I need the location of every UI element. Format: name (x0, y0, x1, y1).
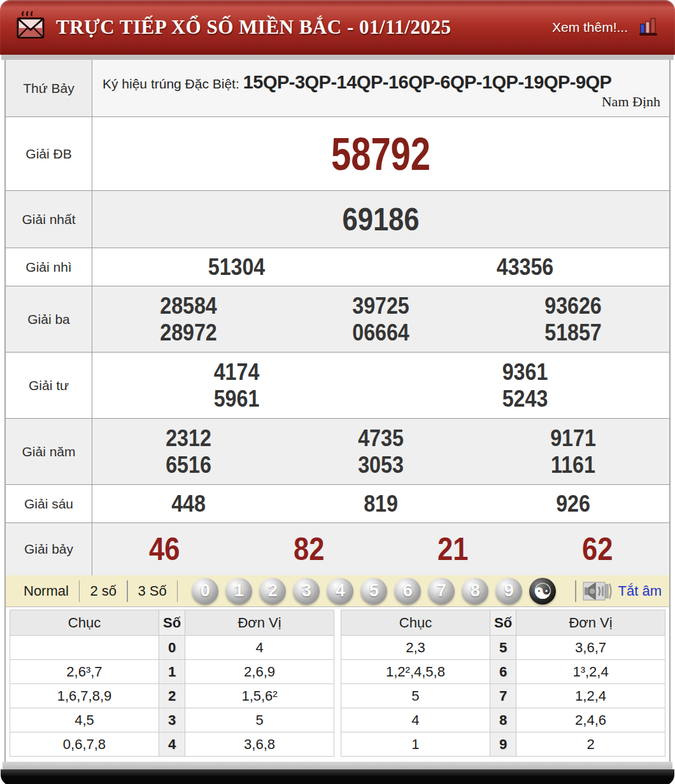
prize-row-third: Giải ba 28584 39725 93626 28972 06664 51… (6, 286, 669, 353)
prize-number: 93626 (490, 293, 657, 319)
table-row: 2,3 5 3,6,7 (341, 636, 665, 660)
donvi-cell: 3,6,7 (516, 636, 665, 660)
chuc-cell: 1,2²,4,5,8 (341, 660, 490, 684)
donvi-cell: 1,2,4 (516, 684, 665, 708)
so-cell: 7 (490, 684, 516, 708)
envelope-icon (17, 11, 45, 44)
so-cell: 8 (490, 708, 516, 732)
prize-number: 28584 (105, 293, 273, 319)
ball-7[interactable]: 7 (428, 578, 455, 605)
prize-number: 4735 (297, 425, 465, 452)
prize-number: 1161 (490, 452, 657, 479)
prize-row-first: Giải nhất 69186 (6, 191, 669, 248)
mode-button-normal[interactable]: Normal (13, 583, 79, 599)
prize-number: 3053 (297, 452, 465, 479)
ball-4[interactable]: 4 (327, 578, 353, 605)
donvi-cell: 1,5,6² (185, 684, 334, 708)
so-cell: 6 (490, 660, 516, 684)
summary-header-row: Chục Số Đơn Vị (10, 610, 334, 636)
special-sign-codes: 15QP-3QP-14QP-16QP-6QP-1QP-19QP-9QP (243, 72, 612, 92)
prize-number: 448 (105, 491, 273, 517)
prize-label: Giải tư (6, 353, 92, 418)
summary-table-right: Chục Số Đơn Vị 2,3 5 3,6,7 1,2²,4,5,8 6 … (341, 610, 665, 757)
table-row: 4,5 3 5 (10, 708, 334, 732)
bar-chart-icon[interactable] (637, 17, 658, 38)
divider (575, 580, 576, 602)
prize-number: 9361 (399, 359, 650, 386)
col-header-so: Số (490, 610, 516, 636)
mute-button[interactable]: Tắt âm (618, 583, 662, 599)
so-cell: 9 (490, 732, 516, 757)
mode-button-2so[interactable]: 2 số (80, 583, 127, 599)
summary-tables: Chục Số Đơn Vị 0 4 2,6³,7 1 2,6,9 1,6,7,… (6, 607, 669, 762)
prize-label: Giải ĐB (6, 117, 92, 190)
ball-3[interactable]: 3 (293, 578, 320, 605)
special-sign-cell: Ký hiệu trúng Đặc Biệt: 15QP-3QP-14QP-16… (92, 60, 669, 116)
prize-label: Giải bảy (6, 523, 92, 575)
prize-label: Giải sáu (6, 485, 92, 522)
number-balls: 0 1 2 3 4 5 6 7 8 9 ☯ (192, 578, 556, 605)
summary-header-row: Chục Số Đơn Vị (341, 610, 665, 636)
prize-number: 9171 (490, 425, 657, 452)
summary-table-left: Chục Số Đơn Vị 0 4 2,6³,7 1 2,6,9 1,6,7,… (10, 610, 334, 757)
prize-number: 06664 (297, 319, 465, 346)
frame-strip-bottom (3, 762, 672, 769)
mode-button-3so[interactable]: 3 Số (128, 583, 177, 599)
prize-row-sixth: Giải sáu 448 819 926 (6, 485, 669, 523)
donvi-cell: 2 (516, 732, 665, 757)
ball-2[interactable]: 2 (259, 578, 286, 605)
prize-number: 819 (297, 491, 465, 517)
frame-strip-top (1, 55, 674, 60)
chuc-cell: 4,5 (10, 708, 159, 732)
control-bar: Normal 2 số 3 Số 0 1 2 3 4 5 6 7 8 9 ☯ (6, 575, 669, 607)
speaker-icon[interactable] (583, 581, 612, 601)
prize-row-seventh: Giải bảy 46 82 21 62 (6, 523, 669, 575)
chuc-cell: 1,6,7,8,9 (10, 684, 159, 708)
so-cell: 5 (490, 636, 516, 660)
prize-number: 62 (534, 531, 660, 568)
divider (177, 580, 178, 602)
frame-bottom-bar (1, 769, 674, 784)
prize-number: 21 (390, 531, 516, 568)
table-row: 1,2²,4,5,8 6 1³,2,4 (341, 660, 665, 684)
prize-number: 51857 (490, 319, 657, 346)
table-row: 4 8 2,4,6 (341, 708, 665, 732)
prize-label: Giải nhì (6, 248, 92, 286)
prize-number: 39725 (297, 293, 465, 319)
donvi-cell: 3,6,8 (185, 732, 334, 757)
chuc-cell: 2,3 (341, 636, 490, 660)
ball-0[interactable]: 0 (192, 578, 218, 605)
so-cell: 0 (159, 636, 185, 660)
so-cell: 2 (159, 684, 185, 708)
yin-yang-icon[interactable]: ☯ (529, 578, 556, 605)
col-header-chuc: Chục (341, 610, 490, 636)
header-bar: TRỰC TIẾP XỔ SỐ MIỀN BẮC - 01/11/2025 Xe… (0, 0, 675, 55)
results-table: Thứ Bảy Ký hiệu trúng Đặc Biệt: 15QP-3QP… (4, 60, 671, 762)
so-cell: 1 (159, 660, 185, 684)
prize-row-fourth: Giải tư 4174 9361 5961 5243 (6, 353, 669, 419)
chuc-cell (10, 636, 159, 660)
table-row: 5 7 1,2,4 (341, 684, 665, 708)
table-row: 1 9 2 (341, 732, 665, 757)
ball-8[interactable]: 8 (462, 578, 488, 605)
prize-number: 926 (490, 491, 657, 517)
ball-1[interactable]: 1 (225, 578, 252, 605)
lottery-widget: TRỰC TIẾP XỔ SỐ MIỀN BẮC - 01/11/2025 Xe… (0, 0, 675, 784)
col-header-chuc: Chục (10, 610, 159, 636)
ball-9[interactable]: 9 (495, 578, 522, 605)
prize-label: Giải nhất (6, 191, 92, 248)
ball-5[interactable]: 5 (360, 578, 387, 605)
prize-number: 82 (246, 531, 371, 568)
prize-number: 6516 (105, 452, 273, 479)
prize-number: 5243 (399, 386, 650, 412)
table-row: 1,6,7,8,9 2 1,5,6² (10, 684, 334, 708)
table-row: 2,6³,7 1 2,6,9 (10, 660, 334, 684)
prize-label: Giải ba (6, 286, 92, 352)
chuc-cell: 1 (341, 732, 490, 757)
chuc-cell: 4 (341, 708, 490, 732)
weekday-label: Thứ Bảy (6, 60, 92, 116)
prize-row-second: Giải nhì 51304 43356 (6, 248, 669, 286)
ball-6[interactable]: 6 (394, 578, 421, 605)
see-more-link[interactable]: Xem thêm!... (552, 20, 628, 35)
special-sign-label: Ký hiệu trúng Đặc Biệt: (103, 76, 239, 91)
